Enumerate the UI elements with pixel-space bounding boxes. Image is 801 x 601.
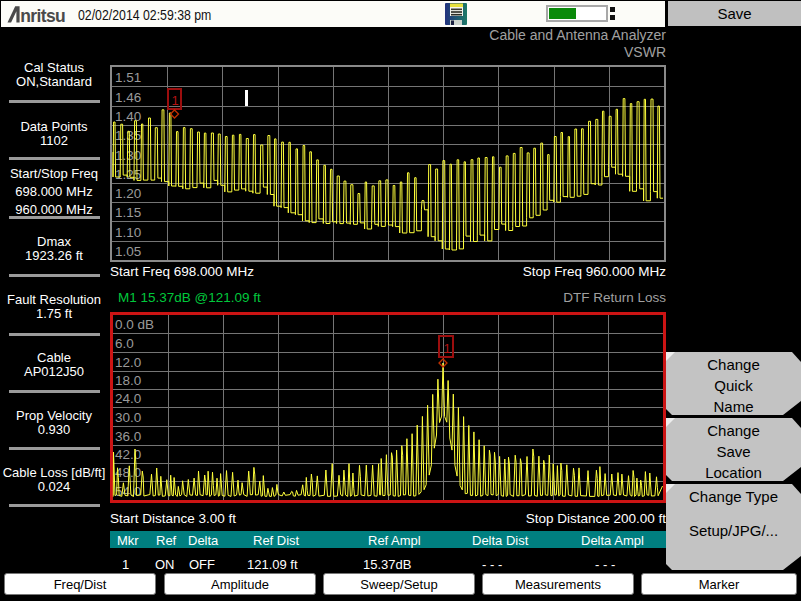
svg-text:24.0: 24.0 <box>115 391 141 406</box>
svg-text:42.0: 42.0 <box>115 447 141 462</box>
svg-text:30.0: 30.0 <box>115 410 141 425</box>
svg-text:6.0: 6.0 <box>115 336 134 351</box>
svg-text:0.0 dB: 0.0 dB <box>115 317 154 332</box>
svg-text:1.46: 1.46 <box>115 90 141 105</box>
svg-text:1.30: 1.30 <box>115 148 141 163</box>
svg-text:1: 1 <box>172 93 179 108</box>
svg-text:1: 1 <box>444 341 451 356</box>
svg-text:1.40: 1.40 <box>115 109 141 124</box>
svg-text:1.20: 1.20 <box>115 186 141 201</box>
svg-text:12.0: 12.0 <box>115 355 141 370</box>
svg-text:1.05: 1.05 <box>115 244 141 259</box>
svg-text:48.0: 48.0 <box>115 465 141 480</box>
svg-text:nritsu: nritsu <box>20 6 65 24</box>
svg-text:1.10: 1.10 <box>115 225 141 240</box>
svg-text:1.51: 1.51 <box>115 70 141 85</box>
svg-text:1.15: 1.15 <box>115 205 141 220</box>
svg-text:18.0: 18.0 <box>115 373 141 388</box>
svg-text:36.0: 36.0 <box>115 429 141 444</box>
